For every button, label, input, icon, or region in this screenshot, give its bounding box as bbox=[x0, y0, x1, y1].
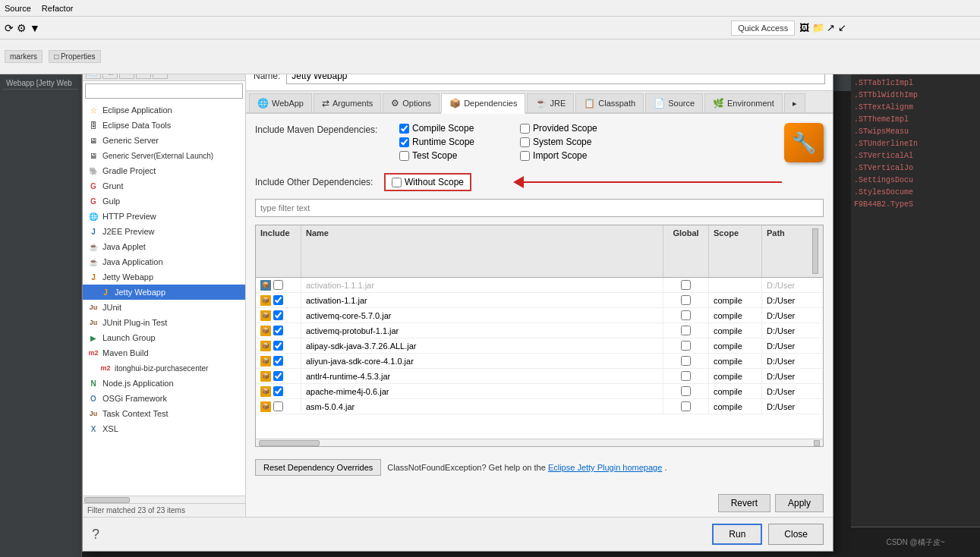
table-row: 📦 activation-1.1.jar compile D:/User bbox=[256, 293, 823, 308]
options-icon: ⚙ bbox=[391, 98, 399, 109]
webapp-icon: 🌐 bbox=[257, 98, 269, 109]
tab-environment[interactable]: 🌿 Environment bbox=[704, 93, 783, 112]
row-icon-3: 📦 bbox=[260, 310, 271, 321]
include-maven-section: Include Maven Dependencies: Compile Scop… bbox=[255, 123, 824, 162]
row-6-global[interactable] bbox=[681, 356, 691, 366]
jetty-parent-icon: J bbox=[87, 271, 99, 283]
tree-item-java-applet[interactable]: ☕ Java Applet bbox=[83, 239, 245, 254]
row-8-checkbox[interactable] bbox=[273, 386, 283, 396]
close-button[interactable]: Close bbox=[768, 524, 824, 545]
tree-item-eclipse-data[interactable]: 🗄 Eclipse Data Tools bbox=[83, 118, 245, 133]
tab-dependencies[interactable]: 📦 Dependencies bbox=[441, 93, 525, 114]
import-scope-checkbox[interactable] bbox=[520, 151, 530, 161]
eclipse-app-icon: ☆ bbox=[87, 104, 99, 116]
compile-scope-checkbox[interactable] bbox=[399, 124, 409, 134]
gulp-icon: G bbox=[87, 195, 99, 207]
toolbar-icon-3[interactable]: ▼ bbox=[30, 22, 40, 34]
row-3-global[interactable] bbox=[681, 310, 691, 320]
th-path: Path bbox=[762, 225, 823, 277]
tree-item-junit-plugin[interactable]: Ju JUnit Plug-in Test bbox=[83, 315, 245, 330]
deps-table-header: Include Name Global Scope Path bbox=[256, 225, 823, 278]
tree-item-gulp[interactable]: G Gulp bbox=[83, 194, 245, 209]
jetty-plugin-icon: 🔧 bbox=[784, 123, 824, 162]
run-button[interactable]: Run bbox=[712, 524, 762, 545]
tree-item-maven-child[interactable]: m2 itonghui-biz-purchasecenter bbox=[83, 360, 245, 376]
row-5-checkbox[interactable] bbox=[273, 341, 283, 351]
tree-item-java-app[interactable]: ☕ Java Application bbox=[83, 254, 245, 269]
tree-item-jetty-parent[interactable]: J Jetty Webapp bbox=[83, 269, 245, 285]
row-9-checkbox[interactable] bbox=[273, 401, 283, 411]
run-configurations-dialog: ▶ Run Configurations × Create, manage, a… bbox=[0, 0, 980, 557]
tree-item-generic-server[interactable]: 🖥 Generic Server bbox=[83, 133, 245, 148]
generic-server-ext-icon: 🖥 bbox=[87, 149, 99, 162]
deps-table: Include Name Global Scope Path bbox=[255, 225, 824, 447]
row-6-checkbox[interactable] bbox=[273, 356, 283, 366]
table-row: 📦 aliyun-java-sdk-core-4.1.0.jar compile… bbox=[256, 354, 823, 369]
row-9-global[interactable] bbox=[681, 401, 691, 411]
tab-webapp[interactable]: 🌐 WebApp bbox=[249, 93, 312, 112]
tree-item-gradle[interactable]: 🐘 Gradle Project bbox=[83, 163, 245, 178]
tree-item-grunt[interactable]: G Grunt bbox=[83, 178, 245, 194]
provided-scope-row: Provided Scope bbox=[520, 123, 597, 134]
tree-item-http[interactable]: 🌐 HTTP Preview bbox=[83, 209, 245, 224]
toolbar-icon-2[interactable]: ⚙ bbox=[17, 22, 27, 34]
tab-options[interactable]: ⚙ Options bbox=[383, 93, 440, 112]
ide-menu-refactor[interactable]: Refactor bbox=[42, 4, 74, 13]
without-scope-wrapper: Without Scope bbox=[384, 173, 471, 191]
row-2-global[interactable] bbox=[681, 295, 691, 305]
provided-scope-checkbox[interactable] bbox=[520, 124, 530, 134]
ide-tab-properties[interactable]: □ Properties bbox=[49, 50, 100, 63]
row-1-checkbox[interactable] bbox=[273, 280, 283, 290]
tree-item-generic-server-ext[interactable]: 🖥 Generic Server(External Launch) bbox=[83, 148, 245, 163]
tree-item-task-context[interactable]: Ju Task Context Test bbox=[83, 406, 245, 421]
row-1-global[interactable] bbox=[681, 280, 691, 290]
revert-button[interactable]: Revert bbox=[718, 494, 770, 512]
row-2-checkbox[interactable] bbox=[273, 295, 283, 305]
tab-classpath[interactable]: 📋 Classpath bbox=[575, 93, 644, 112]
environment-icon: 🌿 bbox=[713, 98, 724, 109]
tree-item-xsl[interactable]: X XSL bbox=[83, 421, 245, 436]
tree-item-launch-group[interactable]: ▶ Launch Group bbox=[83, 330, 245, 345]
tab-arguments[interactable]: ⇄ Arguments bbox=[314, 93, 381, 112]
jetty-plugin-link[interactable]: Eclipse Jetty Plugin homepage bbox=[548, 463, 662, 472]
row-4-global[interactable] bbox=[681, 326, 691, 335]
maven-child-icon: m2 bbox=[99, 362, 112, 374]
quick-access-bar[interactable]: Quick Access bbox=[731, 20, 795, 36]
help-button[interactable]: ? bbox=[92, 527, 99, 543]
tree-item-osgi[interactable]: O OSGi Framework bbox=[83, 391, 245, 406]
toolbar-icon-1[interactable]: ⟳ bbox=[5, 22, 14, 34]
tree-filter-text: Filter matched 23 of 23 items bbox=[83, 503, 245, 517]
table-row: 📦 antlr4-runtime-4.5.3.jar compile D:/Us… bbox=[256, 369, 823, 384]
annotation-arrow bbox=[513, 176, 782, 188]
row-8-global[interactable] bbox=[681, 386, 691, 396]
row-4-checkbox[interactable] bbox=[273, 326, 283, 335]
system-scope-checkbox[interactable] bbox=[520, 137, 530, 147]
arguments-icon: ⇄ bbox=[322, 98, 329, 109]
runtime-scope-checkbox[interactable] bbox=[399, 137, 409, 147]
tree-item-maven[interactable]: m2 Maven Build bbox=[83, 345, 245, 360]
ide-tab-markers[interactable]: markers bbox=[5, 50, 43, 63]
reset-dependency-btn[interactable]: Reset Dependency Overrides bbox=[255, 459, 381, 476]
ide-menu-source[interactable]: Source bbox=[5, 4, 31, 13]
row-7-checkbox[interactable] bbox=[273, 371, 283, 381]
test-scope-label: Test Scope bbox=[412, 150, 457, 161]
row-7-global[interactable] bbox=[681, 371, 691, 381]
tree-item-nodejs[interactable]: N Node.js Application bbox=[83, 376, 245, 391]
row-5-global[interactable] bbox=[681, 341, 691, 351]
nodejs-icon: N bbox=[87, 377, 99, 389]
tree-search-input[interactable] bbox=[85, 83, 243, 99]
tab-jre[interactable]: ☕ JRE bbox=[527, 93, 574, 112]
apply-button[interactable]: Apply bbox=[775, 494, 824, 512]
tree-item-jetty-selected[interactable]: J Jetty Webapp bbox=[83, 285, 245, 300]
test-scope-checkbox[interactable] bbox=[399, 151, 409, 161]
tab-source[interactable]: 📄 Source bbox=[645, 93, 703, 112]
tree-item-eclipse-app[interactable]: ☆ Eclipse Application bbox=[83, 102, 245, 118]
xsl-icon: X bbox=[87, 423, 99, 435]
import-scope-row: Import Scope bbox=[520, 150, 597, 161]
deps-filter-input[interactable] bbox=[255, 199, 824, 217]
row-3-checkbox[interactable] bbox=[273, 310, 283, 320]
tab-more[interactable]: ▸ bbox=[784, 93, 805, 112]
without-scope-checkbox[interactable] bbox=[392, 178, 402, 187]
tree-item-junit[interactable]: Ju JUnit bbox=[83, 300, 245, 315]
tree-item-j2ee[interactable]: J J2EE Preview bbox=[83, 224, 245, 239]
